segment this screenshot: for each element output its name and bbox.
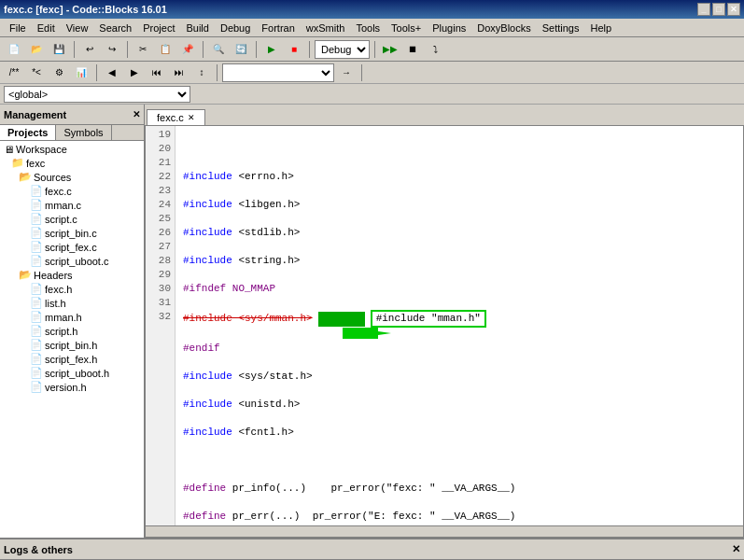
menu-help[interactable]: Help: [584, 21, 617, 35]
menu-edit[interactable]: Edit: [32, 21, 61, 35]
bottom-panel-close[interactable]: ✕: [732, 543, 740, 555]
file-icon: 📄: [30, 185, 43, 197]
menu-fortran[interactable]: Fortran: [256, 21, 300, 35]
tree-file-version-h[interactable]: 📄 version.h: [2, 380, 142, 394]
code-line-31: #define pr_info(...) pr_error("fexc: " _…: [183, 482, 736, 496]
tree-file-script-uboot-h[interactable]: 📄 script_uboot.h: [2, 366, 142, 380]
code-line-25: #include <sys/mman.h> #include "mman.h": [183, 310, 736, 328]
minimize-button[interactable]: _: [697, 3, 710, 16]
menu-plugins[interactable]: Plugins: [427, 21, 471, 35]
tree-file-script-c[interactable]: 📄 script.c: [2, 212, 142, 226]
tb2-next2[interactable]: ⏭: [169, 63, 190, 83]
file-icon: 📄: [30, 255, 43, 267]
code-line-22: #include <stdlib.h>: [183, 226, 736, 240]
menu-doxyblocks[interactable]: DoxyBlocks: [471, 21, 536, 35]
redo-button[interactable]: ↪: [102, 39, 122, 60]
run-button[interactable]: ▶: [261, 39, 282, 60]
search-combo[interactable]: [222, 63, 334, 82]
sep7: [96, 64, 97, 81]
debug-step-button[interactable]: ⤵: [425, 39, 445, 60]
menu-build[interactable]: Build: [180, 21, 214, 35]
replace-button[interactable]: 🔄: [231, 39, 251, 60]
code-editor[interactable]: 19 20 21 22 23 24 25 26 27 28 29 30 31 3…: [145, 125, 744, 538]
tree-workspace[interactable]: 🖥 Workspace: [2, 143, 142, 156]
tree-folder-sources[interactable]: 📂 Sources: [2, 170, 142, 184]
menu-debug[interactable]: Debug: [215, 21, 256, 35]
workspace-label: Workspace: [16, 144, 67, 155]
copy-button[interactable]: 📋: [155, 39, 175, 60]
tb2-jump[interactable]: ↕: [191, 63, 212, 83]
tb2-btn3[interactable]: ⚙: [49, 63, 69, 83]
code-line-29: #include <fcntl.h>: [183, 426, 736, 440]
new-button[interactable]: 📄: [4, 39, 24, 60]
debug-run-button[interactable]: ▶▶: [380, 39, 400, 60]
tree-file-mman-h[interactable]: 📄 mman.h: [2, 310, 142, 324]
file-icon: 📄: [30, 283, 43, 295]
menu-tools[interactable]: Tools: [350, 21, 386, 35]
horizontal-scrollbar[interactable]: [146, 525, 743, 537]
debug-stop-button[interactable]: ⏹: [402, 39, 423, 60]
tree-file-script-bin-h[interactable]: 📄 script_bin.h: [2, 338, 142, 352]
file-label: list.h: [45, 298, 66, 309]
menu-tools-plus[interactable]: Tools+: [386, 21, 427, 35]
file-icon: 📄: [30, 311, 43, 323]
find-button[interactable]: 🔍: [208, 39, 229, 60]
search-go[interactable]: →: [336, 63, 357, 83]
tree-file-fexc-c[interactable]: 📄 fexc.c: [2, 184, 142, 198]
tb2-btn4[interactable]: 📊: [71, 63, 91, 83]
tree-file-script-uboot-c[interactable]: 📄 script_uboot.c: [2, 254, 142, 268]
tree-file-script-fex-c[interactable]: 📄 script_fex.c: [2, 240, 142, 254]
undo-button[interactable]: ↩: [79, 39, 100, 60]
tree-file-script-h[interactable]: 📄 script.h: [2, 324, 142, 338]
close-button[interactable]: ✕: [727, 3, 740, 16]
open-button[interactable]: 📂: [26, 39, 47, 60]
tab-projects[interactable]: Projects: [0, 125, 56, 140]
title-text: fexc.c [fexc] - Code::Blocks 16.01: [4, 4, 167, 15]
menu-wxsmith[interactable]: wxSmith: [301, 21, 351, 35]
tree-file-fexc-h[interactable]: 📄 fexc.h: [2, 282, 142, 296]
sep3: [203, 41, 204, 58]
tb2-btn2[interactable]: *<: [26, 63, 47, 83]
menu-search[interactable]: Search: [93, 21, 137, 35]
menu-settings[interactable]: Settings: [537, 21, 585, 35]
tb2-prev[interactable]: ◀: [102, 63, 122, 83]
sep6: [374, 41, 375, 58]
tb2-btn1[interactable]: /**: [4, 63, 24, 83]
sep4: [256, 41, 257, 58]
maximize-button[interactable]: □: [712, 3, 725, 16]
tree-project-fexc[interactable]: 📁 fexc: [2, 156, 142, 170]
tree-file-script-bin-c[interactable]: 📄 script_bin.c: [2, 226, 142, 240]
sep5: [309, 41, 310, 58]
workspace-icon: 🖥: [4, 144, 14, 155]
editor-tab-fexc[interactable]: fexc.c ✕: [147, 109, 205, 125]
save-button[interactable]: 💾: [49, 39, 69, 60]
file-icon: 📄: [30, 199, 43, 211]
code-line-23: #include <string.h>: [183, 254, 736, 268]
editor-area: fexc.c ✕ 19 20 21 22 23 24 25 26 27 28 2…: [145, 105, 744, 538]
main-area: Management ✕ Projects Symbols 🖥 Workspac…: [0, 105, 744, 538]
tree-file-list-h[interactable]: 📄 list.h: [2, 296, 142, 310]
paste-button[interactable]: 📌: [177, 39, 198, 60]
tree-file-script-fex-h[interactable]: 📄 script_fex.h: [2, 352, 142, 366]
tb2-prev2[interactable]: ⏮: [147, 63, 167, 83]
tb2-next[interactable]: ▶: [124, 63, 145, 83]
strikethrough-include: #include <sys/mman.h>: [183, 312, 313, 326]
file-icon: 📄: [30, 325, 43, 337]
tree-file-mman-c[interactable]: 📄 mman.c: [2, 198, 142, 212]
global-bar: <global>: [0, 84, 744, 105]
panel-close-button[interactable]: ✕: [133, 109, 140, 119]
menu-view[interactable]: View: [61, 21, 94, 35]
sep9: [361, 64, 362, 81]
panel-header: Management ✕: [0, 105, 144, 125]
global-combo[interactable]: <global>: [4, 86, 190, 103]
build-target-combo[interactable]: Debug: [315, 40, 370, 59]
cut-button[interactable]: ✂: [133, 39, 153, 60]
menu-file[interactable]: File: [4, 21, 32, 35]
tree-folder-headers[interactable]: 📂 Headers: [2, 268, 142, 282]
file-icon: 📄: [30, 339, 43, 351]
tab-close-icon[interactable]: ✕: [188, 113, 195, 122]
menu-project[interactable]: Project: [137, 21, 180, 35]
file-label: mman.h: [45, 312, 82, 323]
tab-symbols[interactable]: Symbols: [56, 125, 111, 140]
stop-button[interactable]: ■: [284, 39, 304, 60]
